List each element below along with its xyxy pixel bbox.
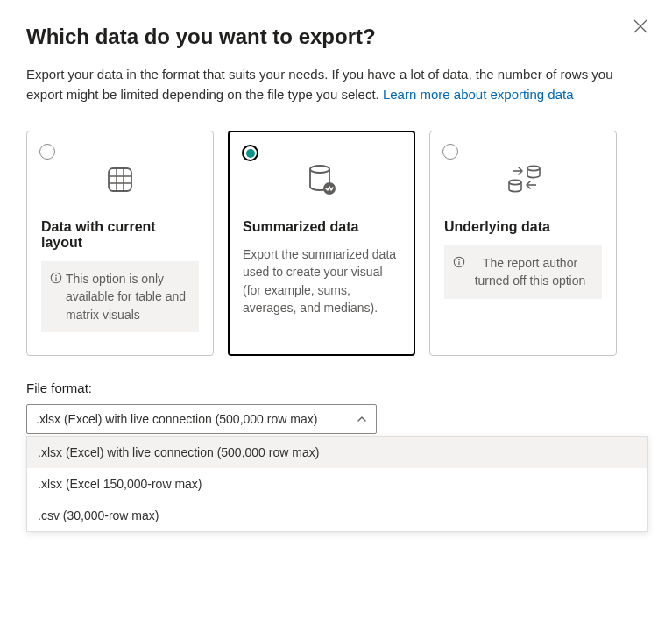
option-card-underlying[interactable]: Underlying data The report author turned…	[429, 131, 617, 356]
svg-point-13	[509, 180, 521, 184]
card-note-summarized: Export the summarized data used to creat…	[243, 245, 400, 316]
dialog-subtitle: Export your data in the format that suit…	[26, 65, 640, 104]
radio-current-layout[interactable]	[39, 144, 55, 160]
sync-databases-icon	[501, 161, 545, 198]
chevron-up-icon	[357, 414, 367, 424]
export-option-cards: Data with current layout This option is …	[26, 131, 646, 356]
svg-point-8	[55, 275, 57, 277]
svg-point-11	[323, 182, 336, 195]
radio-underlying[interactable]	[442, 144, 458, 160]
svg-point-10	[310, 166, 329, 173]
radio-summarized[interactable]	[242, 145, 258, 161]
card-note-layout: This option is only available for table …	[41, 261, 199, 332]
file-format-option[interactable]: .csv (30,000-row max)	[27, 500, 647, 531]
grid-icon-wrap	[41, 149, 199, 210]
svg-rect-2	[109, 168, 131, 191]
file-format-option[interactable]: .xlsx (Excel) with live connection (500,…	[27, 437, 647, 468]
learn-more-link[interactable]: Learn more about exporting data	[383, 87, 574, 102]
database-icon	[302, 160, 341, 199]
database-icon-wrap	[243, 149, 400, 210]
card-title-underlying: Underlying data	[444, 219, 602, 235]
dialog-title: Which data do you want to export?	[26, 25, 646, 49]
card-note-layout-text: This option is only available for table …	[66, 270, 188, 323]
close-button[interactable]	[633, 19, 647, 33]
file-format-combobox[interactable]: .xlsx (Excel) with live connection (500,…	[26, 404, 377, 434]
option-card-summarized[interactable]: Summarized data Export the summarized da…	[228, 131, 415, 356]
info-icon	[453, 256, 465, 268]
svg-point-12	[527, 166, 540, 170]
card-note-underlying-text: The report author turned off this option	[469, 254, 591, 290]
sync-icon-wrap	[444, 149, 602, 210]
option-card-current-layout[interactable]: Data with current layout This option is …	[26, 131, 214, 356]
card-title-summarized: Summarized data	[243, 219, 400, 235]
export-data-dialog: Which data do you want to export? Export…	[0, 0, 672, 550]
card-note-underlying: The report author turned off this option	[444, 245, 602, 299]
file-format-option[interactable]: .xlsx (Excel 150,000-row max)	[27, 468, 647, 500]
card-title-layout: Data with current layout	[41, 219, 199, 251]
info-icon	[50, 272, 62, 284]
grid-icon	[104, 164, 136, 195]
file-format-label: File format:	[26, 380, 646, 395]
file-format-dropdown: .xlsx (Excel) with live connection (500,…	[26, 436, 648, 532]
file-format-selected: .xlsx (Excel) with live connection (500,…	[36, 412, 317, 426]
close-icon	[633, 19, 647, 33]
svg-point-15	[458, 259, 460, 261]
